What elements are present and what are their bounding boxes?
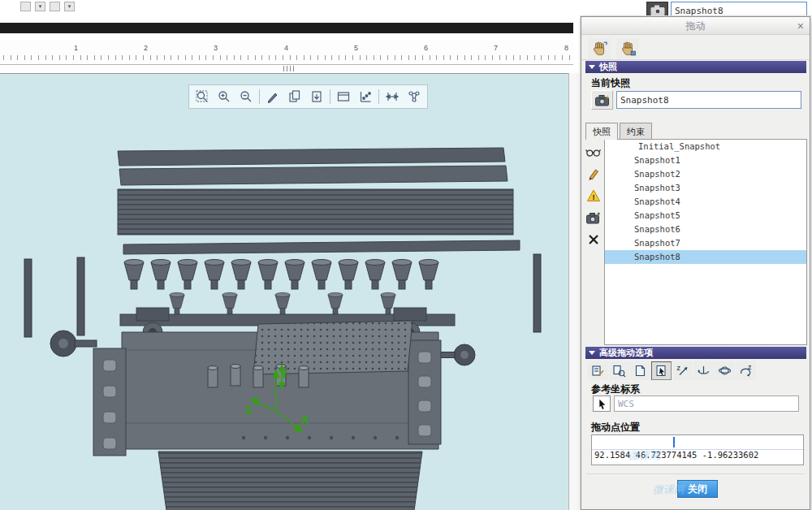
svg-text:!: ! — [592, 193, 594, 201]
rotate-icon[interactable] — [693, 361, 714, 380]
axis-translate-icon[interactable]: Z — [672, 361, 693, 380]
ref-csys-row — [593, 395, 799, 412]
free-orbit-icon[interactable] — [715, 361, 735, 380]
notebook-pencil-icon[interactable] — [588, 361, 608, 380]
page-magnifier-icon[interactable] — [609, 361, 629, 380]
ruler-number: 3 — [214, 44, 218, 52]
warning-icon[interactable]: ! — [584, 187, 603, 205]
window-icon[interactable] — [334, 88, 353, 106]
ruler-number: 5 — [354, 44, 358, 52]
snapshot-camera-icon[interactable] — [591, 90, 613, 110]
snapshot-section-header[interactable]: 快照 — [585, 61, 806, 73]
measure-icon[interactable] — [382, 88, 402, 106]
copy-view-icon[interactable] — [285, 88, 304, 106]
list-item[interactable]: Snapshot2 — [605, 167, 806, 181]
ruler-number: 7 — [494, 44, 498, 52]
view-mini-toolbar — [188, 84, 428, 109]
3d-model-canvas[interactable]: Y X Z — [0, 73, 568, 510]
toolbar-separator — [378, 89, 379, 104]
list-item[interactable]: Initial_Snapshot — [605, 140, 806, 153]
snapshot-list[interactable]: Initial_Snapshot Snapshot1 Snapshot2 Sna… — [604, 139, 807, 345]
page-cursor-icon[interactable] — [651, 361, 672, 380]
ruler-number: 6 — [424, 44, 428, 52]
list-item[interactable]: Snapshot4 — [605, 195, 806, 209]
ref-csys-input[interactable] — [614, 395, 799, 412]
drag-point-position-box[interactable]: 92.1584 46.723774145 -1.96233602 — [591, 434, 804, 465]
ruler-number: 8 — [564, 44, 568, 52]
drag-dialog: 拖动 × — [581, 16, 810, 510]
top-toolbar-dropdown-icon[interactable]: ▾ — [35, 2, 45, 11]
coord-row-empty[interactable] — [592, 435, 803, 450]
glasses-icon[interactable] — [584, 143, 603, 161]
ruler-center-marker — [283, 66, 296, 71]
exploded-assembly-model[interactable]: Y X Z — [0, 74, 568, 510]
list-item[interactable]: Snapshot7 — [605, 236, 806, 250]
top-toolbar: ▾ ▾ — [20, 2, 75, 11]
list-item[interactable]: Snapshot5 — [605, 209, 806, 223]
coords-icon[interactable] — [356, 88, 375, 106]
axis-rotate-icon[interactable]: Z — [736, 361, 756, 380]
snapshot-tabs: 快照 约束 — [585, 123, 654, 140]
vertical-scrollbar[interactable] — [568, 73, 580, 510]
collapse-triangle-icon — [589, 65, 595, 69]
list-item-selected[interactable]: Snapshot8 — [605, 250, 806, 264]
relations-icon[interactable] — [404, 88, 424, 106]
ruler-number: 2 — [144, 44, 148, 52]
axis-x-label: X — [302, 415, 309, 425]
drag-point-value[interactable]: 92.1584 46.723774145 -1.96233602 — [592, 450, 803, 465]
close-button[interactable]: 关闭 — [677, 480, 718, 498]
current-snapshot-label: 当前快照 — [591, 76, 630, 90]
collapse-triangle-icon — [589, 351, 595, 355]
list-item[interactable]: Snapshot1 — [605, 153, 806, 167]
divider — [586, 473, 805, 474]
top-toolbar-icon[interactable] — [50, 2, 60, 11]
current-snapshot-input[interactable] — [616, 91, 801, 109]
snapshot-section-title: 快照 — [599, 61, 617, 73]
ref-csys-label: 参考坐标系 — [591, 382, 640, 396]
select-arrow-icon[interactable] — [593, 395, 611, 412]
toolbar-separator — [259, 89, 260, 104]
svg-text:Z: Z — [677, 365, 681, 371]
collapsed-toolbar-band — [0, 23, 573, 33]
advanced-section-title: 高级拖动选项 — [599, 347, 653, 359]
list-item[interactable]: Snapshot6 — [605, 223, 806, 236]
top-toolbar-icon[interactable] — [20, 2, 31, 11]
current-snapshot-row — [591, 90, 801, 110]
dialog-titlebar[interactable]: 拖动 × — [581, 17, 810, 35]
axis-y-label: Y — [281, 370, 287, 379]
zoom-in-icon[interactable] — [214, 88, 234, 106]
ruler-number: 1 — [74, 44, 78, 52]
drag-tools-toolbar — [588, 38, 639, 58]
snapshot-side-toolbar: ! — [584, 143, 603, 249]
list-item[interactable]: Snapshot3 — [605, 181, 806, 195]
body-drag-hand-icon[interactable] — [616, 38, 639, 58]
tab-constraint[interactable]: 约束 — [620, 123, 652, 139]
ruler-number: 4 — [284, 44, 288, 52]
dialog-title: 拖动 — [686, 20, 706, 32]
drag-point-label: 拖动点位置 — [591, 421, 640, 434]
pencil-icon[interactable] — [584, 165, 603, 183]
delete-x-icon[interactable] — [584, 231, 603, 249]
tab-snapshot[interactable]: 快照 — [585, 123, 618, 140]
top-toolbar-dropdown-icon[interactable]: ▾ — [64, 2, 75, 11]
camera-plus-icon[interactable] — [584, 209, 603, 227]
point-drag-hand-icon[interactable] — [588, 38, 611, 58]
axis-z-label: Z — [246, 405, 252, 415]
advanced-section-header[interactable]: 高级拖动选项 — [585, 347, 806, 359]
divider — [581, 59, 810, 60]
paste-view-icon[interactable] — [307, 88, 326, 106]
zoom-refit-icon[interactable] — [192, 88, 212, 106]
horizontal-ruler: 1 2 3 4 5 6 7 8 — [0, 41, 573, 65]
close-icon[interactable]: × — [797, 17, 804, 35]
text-caret — [673, 437, 675, 447]
page-icon[interactable] — [630, 361, 650, 380]
advanced-drag-toolbar: Z Z — [588, 361, 756, 380]
zoom-out-icon[interactable] — [236, 88, 256, 106]
redraw-icon[interactable] — [263, 88, 283, 106]
toolbar-separator — [330, 89, 330, 104]
application-window: ▾ ▾ 1 2 3 4 5 6 7 8 — [0, 0, 812, 510]
